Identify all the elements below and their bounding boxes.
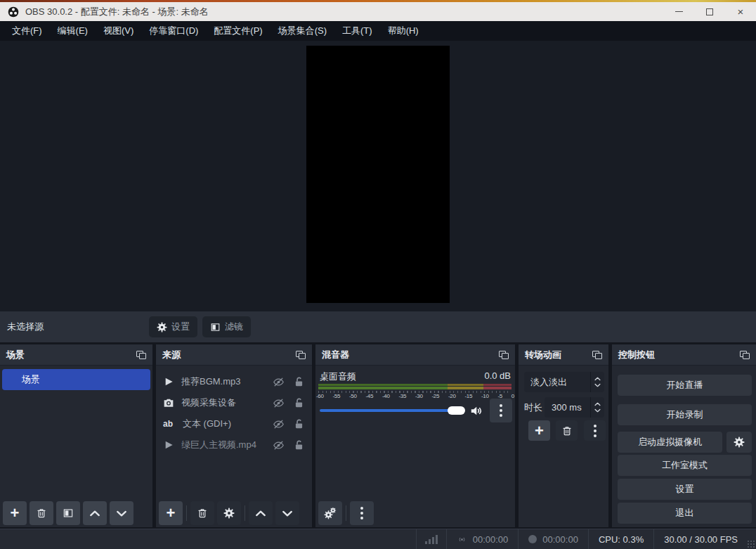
eye-slash-icon[interactable] [273, 418, 285, 430]
virtual-camera-config-button[interactable] [726, 432, 752, 453]
mixer-menu-button[interactable] [350, 501, 374, 525]
add-transition-button[interactable]: + [528, 420, 550, 441]
settings-button[interactable]: 设置 [618, 479, 752, 500]
lock-open-icon[interactable] [293, 397, 305, 409]
menu-edit[interactable]: 编辑(E) [51, 21, 95, 41]
volume-slider[interactable] [320, 406, 464, 415]
eye-slash-icon[interactable] [273, 439, 285, 451]
start-virtual-camera-button[interactable]: 启动虚拟摄像机 [618, 432, 722, 453]
source-properties-toolbar-button[interactable] [217, 501, 241, 525]
chevron-up-icon [594, 402, 601, 406]
studio-mode-button[interactable]: 工作室模式 [618, 455, 752, 476]
menu-file[interactable]: 文件(F) [5, 21, 49, 41]
mixer-channel-menu-button[interactable] [490, 399, 512, 422]
cpu-usage: CPU: 0.3% [589, 534, 653, 545]
start-streaming-button[interactable]: 开始直播 [618, 375, 752, 396]
add-source-button[interactable]: + [159, 501, 183, 525]
audio-mixer-dock: 混音器 桌面音频 0.0 dB -60-55 -50-45 -40-35 -30… [315, 344, 515, 527]
record-icon [528, 535, 537, 543]
sources-dock-header[interactable]: 来源 [156, 344, 312, 366]
advanced-audio-button[interactable] [318, 501, 342, 525]
eye-slash-icon[interactable] [273, 397, 285, 409]
duration-spinbox[interactable]: 300 ms [545, 397, 604, 418]
lock-open-icon[interactable] [293, 439, 305, 451]
scene-move-up-button[interactable] [83, 501, 107, 525]
source-label: 文本 (GDI+) [183, 418, 273, 430]
popout-icon[interactable] [740, 351, 750, 359]
scenes-dock-title: 场景 [6, 349, 25, 361]
eye-slash-icon[interactable] [273, 376, 285, 388]
minimize-button[interactable] [663, 2, 694, 21]
menu-help[interactable]: 帮助(H) [381, 21, 426, 41]
remove-transition-button[interactable] [556, 420, 578, 441]
menu-profile[interactable]: 配置文件(P) [207, 21, 269, 41]
maximize-button[interactable] [694, 2, 725, 21]
menu-docks[interactable]: 停靠窗口(D) [142, 21, 205, 41]
source-filters-button[interactable]: 滤镜 [202, 316, 251, 337]
scene-move-down-button[interactable] [110, 501, 133, 525]
preview-area[interactable] [0, 41, 756, 311]
source-label: 推荐BGM.mp3 [181, 375, 273, 388]
resize-grip[interactable] [748, 541, 755, 548]
record-timer: 00:00:00 [519, 534, 588, 545]
scene-list-item-selected[interactable]: 场景 [2, 369, 150, 390]
video-canvas[interactable] [306, 46, 450, 303]
duration-value: 300 ms [545, 402, 590, 413]
plus-icon: + [535, 423, 544, 439]
scenes-dock-header[interactable]: 场景 [0, 344, 152, 366]
plus-icon: + [11, 505, 20, 521]
lock-open-icon[interactable] [293, 418, 305, 430]
exit-button[interactable]: 退出 [618, 503, 752, 524]
close-button[interactable]: × [725, 2, 756, 21]
select-arrows[interactable] [590, 372, 604, 392]
transitions-dock-header[interactable]: 转场动画 [519, 344, 608, 366]
spinbox-arrows[interactable] [590, 397, 604, 418]
media-source-icon [163, 439, 174, 451]
broadcast-icon [457, 534, 467, 545]
transition-select[interactable]: 淡入淡出 [524, 372, 604, 392]
titlebar[interactable]: OBS 30.0.2 - 配置文件: 未命名 - 场景: 未命名 × [0, 2, 756, 21]
scenes-toolbar: + [3, 501, 133, 525]
volume-slider-row [320, 398, 512, 423]
source-row-hulk-video[interactable]: 绿巨人主视频.mp4 [156, 434, 312, 456]
remove-scene-button[interactable] [30, 501, 53, 525]
controls-dock-header[interactable]: 控制按钮 [612, 344, 756, 366]
popout-icon[interactable] [296, 351, 306, 359]
stream-time-value: 00:00:00 [473, 534, 509, 545]
add-scene-button[interactable]: + [3, 501, 27, 525]
source-properties-button[interactable]: 设置 [149, 316, 197, 337]
source-row-bgm[interactable]: 推荐BGM.mp3 [156, 371, 312, 392]
source-row-text[interactable]: ab 文本 (GDI+) [156, 413, 312, 434]
source-label: 视频采集设备 [181, 396, 273, 409]
popout-icon[interactable] [499, 351, 509, 359]
transitions-toolbar: + [528, 420, 606, 441]
trash-icon [36, 508, 47, 519]
plus-icon: + [167, 505, 176, 521]
menu-scene-collection[interactable]: 场景集合(S) [271, 21, 334, 41]
kebab-menu-icon [594, 429, 597, 432]
controls-dock-title: 控制按钮 [618, 349, 655, 361]
mixer-dock-header[interactable]: 混音器 [315, 344, 515, 366]
menu-tools[interactable]: 工具(T) [335, 21, 379, 41]
lock-open-icon[interactable] [293, 376, 305, 388]
popout-icon[interactable] [136, 351, 146, 359]
text-source-icon: ab [163, 419, 176, 429]
start-recording-button[interactable]: 开始录制 [618, 404, 752, 425]
transition-properties-button[interactable] [584, 420, 606, 441]
source-row-video-capture[interactable]: 视频采集设备 [156, 392, 312, 413]
scene-filters-button[interactable] [56, 501, 80, 525]
popout-icon[interactable] [592, 351, 602, 359]
obs-window: OBS 30.0.2 - 配置文件: 未命名 - 场景: 未命名 × 文件(F)… [0, 0, 756, 549]
source-move-down-button[interactable] [275, 501, 299, 525]
remove-source-button[interactable] [190, 501, 214, 525]
chevron-down-icon [282, 510, 293, 517]
virtual-camera-row: 启动虚拟摄像机 [618, 432, 752, 453]
controls-dock: 控制按钮 开始直播 开始录制 启动虚拟摄像机 工作室模式 设置 退出 [612, 344, 756, 527]
toolbar-separator [186, 505, 187, 521]
source-move-up-button[interactable] [249, 501, 273, 525]
mixer-channel-name: 桌面音频 [320, 370, 356, 383]
volume-slider-handle[interactable] [448, 406, 465, 415]
speaker-icon[interactable] [469, 404, 483, 418]
menu-view[interactable]: 视图(V) [96, 21, 141, 41]
trash-icon [561, 425, 573, 437]
